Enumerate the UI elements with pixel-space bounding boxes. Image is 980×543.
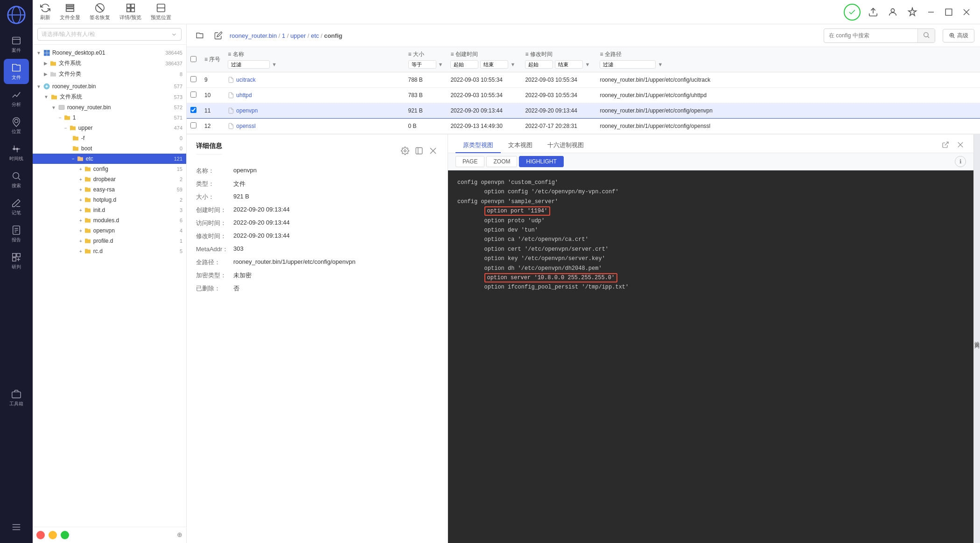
svg-point-8 [16, 148, 18, 150]
tree-node-rooney-desktop[interactable]: ▼ Rooney_desktop.e01 386445 [33, 48, 186, 58]
preview-external-button[interactable] [940, 139, 951, 152]
tree-node-init-d[interactable]: + init.d 3 [33, 205, 186, 215]
info-button[interactable]: ℹ [955, 156, 966, 167]
edit-nav-button[interactable] [211, 28, 226, 43]
file-link[interactable]: openvpn [236, 107, 258, 114]
add-btn[interactable]: ⊕ [177, 531, 182, 539]
detail-value: 2022-09-20 09:13:44 [233, 206, 290, 214]
highlight-tab[interactable]: HIGHLIGHT [519, 156, 563, 167]
sidebar-item-cases[interactable]: 案件 [4, 32, 29, 57]
tree-node-upper[interactable]: − upper 474 [33, 123, 186, 133]
file-link[interactable]: ucitrack [236, 77, 255, 83]
detail-settings-button[interactable] [400, 146, 410, 157]
maximize-button[interactable] [943, 6, 955, 18]
tree-node-etc[interactable]: − etc 121 [33, 154, 186, 164]
tree-node-rooney-router[interactable]: ▼ rooney_router.bin 577 [33, 81, 186, 92]
refresh-button[interactable]: 刷新 [40, 3, 50, 21]
row-checkbox[interactable] [190, 92, 196, 98]
file-link[interactable]: uhttpd [236, 92, 252, 99]
modify-filter-btn[interactable]: ▼ [585, 62, 590, 67]
size-filter-input[interactable] [408, 60, 436, 69]
dot-green[interactable] [61, 531, 69, 539]
tree-node-filesystem2[interactable]: ▼ 文件系统 573 [33, 92, 186, 102]
preview-close-button[interactable] [955, 139, 966, 152]
select-all-checkbox[interactable] [190, 56, 196, 62]
dot-yellow[interactable] [49, 531, 57, 539]
file-table: ≡ 序号 ≡ 名称 ▼ ≡ 大小 [187, 47, 980, 134]
sidebar-item-analysis[interactable]: 分析 [4, 86, 29, 111]
tab-hex-view[interactable]: 十六进制视图 [540, 138, 591, 153]
modify-start-input[interactable] [525, 60, 553, 69]
sidebar-item-research[interactable]: 研判 [4, 248, 29, 274]
tree-search-input[interactable]: 请选择/输入持有人/检 [37, 28, 182, 41]
sidebar-item-reports[interactable]: 报告 [4, 221, 29, 247]
tree-node-modules-d[interactable]: + modules.d 6 [33, 215, 186, 226]
preview-pos-button[interactable]: 预览位置 [151, 3, 171, 21]
sidebar-item-search[interactable]: 搜索 [4, 167, 29, 192]
page-tab[interactable]: PAGE [455, 156, 484, 167]
tree-node-boot[interactable]: boot 0 [33, 143, 186, 154]
create-start-input[interactable] [450, 60, 478, 69]
folder-nav-button[interactable] [192, 28, 207, 43]
tree-node-config[interactable]: + config 15 [33, 164, 186, 174]
tree-node-1[interactable]: − 1 571 [33, 113, 186, 123]
svg-line-45 [928, 36, 929, 38]
sidebar-item-files[interactable]: 文件 [4, 59, 29, 84]
tree-node-profile-d[interactable]: + profile.d 1 [33, 236, 186, 246]
minimize-button[interactable] [925, 6, 937, 18]
name-filter-btn[interactable]: ▼ [272, 62, 277, 67]
file-show-button[interactable]: 文件全显 [60, 3, 80, 21]
name-filter-input[interactable] [228, 60, 270, 69]
tree-node-dropbear[interactable]: + dropbear 2 [33, 174, 186, 184]
create-end-input[interactable] [480, 60, 508, 69]
app-logo [6, 5, 27, 25]
file-link[interactable]: openssl [236, 123, 255, 129]
advanced-button[interactable]: 高级 [943, 29, 974, 42]
tree-node-router-bin[interactable]: ▼ rooney_router.bin 572 [33, 102, 186, 113]
sidebar-item-notes[interactable]: 记笔 [4, 194, 29, 219]
tree-node-hotplug[interactable]: + hotplug.d 2 [33, 195, 186, 205]
pin-button[interactable] [905, 5, 919, 19]
tab-original-view[interactable]: 原类型视图 [455, 138, 501, 153]
tree-node-openvpn[interactable]: + openvpn 4 [33, 226, 186, 236]
tab-text-view[interactable]: 文本视图 [501, 138, 540, 153]
tree-node-f[interactable]: -f 0 [33, 133, 186, 143]
modify-end-input[interactable] [555, 60, 583, 69]
tree-node-filesystem1[interactable]: ▶ 文件系统 386437 [33, 58, 186, 69]
table-row[interactable]: 11 openvpn 921 B 2022-09-20 09:13:44 202… [187, 103, 980, 119]
row-checkbox[interactable] [190, 122, 196, 128]
detail-preview: 详细信息 名称：open [187, 134, 980, 543]
detail-expand-button[interactable] [414, 146, 424, 157]
size-filter-btn[interactable]: ▼ [438, 62, 443, 67]
detail-row: 修改时间：2022-09-20 09:13:44 [196, 232, 438, 240]
signature-restore-button[interactable]: 签名恢复 [90, 3, 110, 21]
svg-rect-35 [945, 9, 952, 15]
file-show-icon [65, 3, 75, 13]
row-checkbox[interactable] [190, 76, 196, 82]
path-filter-btn[interactable]: ▼ [658, 62, 663, 67]
table-row[interactable]: 9 ucitrack 788 B 2022-09-03 10:55:34 202… [187, 72, 980, 88]
windows-icon [43, 49, 50, 56]
dot-red[interactable] [36, 531, 45, 539]
export-button[interactable] [866, 5, 880, 19]
close-button[interactable] [960, 6, 973, 18]
sidebar-item-location[interactable]: 位置 [4, 113, 29, 138]
search-button[interactable] [917, 29, 935, 42]
user-button[interactable] [886, 5, 900, 19]
table-row[interactable]: 10 uhttpd 783 B 2022-09-03 10:55:34 2022… [187, 88, 980, 103]
path-filter-input[interactable] [600, 60, 656, 69]
detail-close-button[interactable] [428, 146, 438, 157]
search-input[interactable] [824, 30, 917, 41]
menu-icon[interactable] [11, 522, 21, 532]
tree-node-easy-rsa[interactable]: + easy-rsa 59 [33, 184, 186, 195]
svg-point-44 [924, 32, 928, 36]
create-filter-btn[interactable]: ▼ [510, 62, 515, 67]
sidebar-item-tools[interactable]: 工具箱 [4, 385, 29, 410]
table-row[interactable]: 12 openssl 0 B 2022-09-13 14:49:30 2022-… [187, 119, 980, 134]
row-checkbox[interactable] [190, 107, 196, 113]
zoom-tab[interactable]: ZOOM [486, 156, 517, 167]
sidebar-item-timeline[interactable]: 时间线 [4, 140, 29, 165]
details-button[interactable]: 详情/预览 [119, 3, 141, 21]
tree-node-rc-d[interactable]: + rc.d 5 [33, 246, 186, 256]
tree-node-filetype1[interactable]: ▶ 文件分类 8 [33, 69, 186, 79]
